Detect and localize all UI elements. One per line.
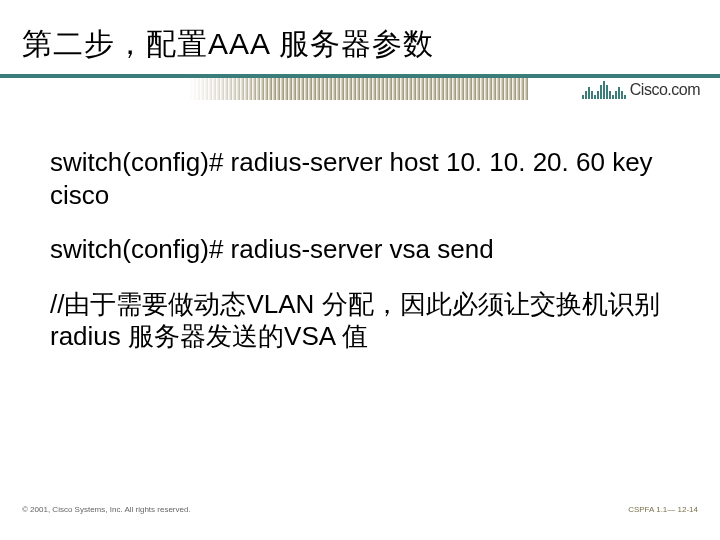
content-line-3: //由于需要做动态VLAN 分配，因此必须让交换机识别radius 服务器发送的…	[50, 288, 680, 353]
slide-title: 第二步，配置AAA 服务器参数	[22, 24, 434, 65]
slide: 第二步，配置AAA 服务器参数 Cisco.com switch(config)…	[0, 0, 720, 540]
cisco-bars-icon	[582, 81, 626, 99]
slide-content: switch(config)# radius-server host 10. 1…	[50, 146, 680, 375]
content-line-1: switch(config)# radius-server host 10. 1…	[50, 146, 680, 211]
header-pattern	[188, 78, 528, 100]
content-line-2: switch(config)# radius-server vsa send	[50, 233, 680, 266]
footer-page-ref: CSPFA 1.1— 12-14	[628, 505, 698, 514]
footer-copyright: © 2001, Cisco Systems, Inc. All rights r…	[22, 505, 191, 514]
cisco-logo: Cisco.com	[540, 76, 700, 104]
logo-text: Cisco.com	[630, 81, 700, 99]
